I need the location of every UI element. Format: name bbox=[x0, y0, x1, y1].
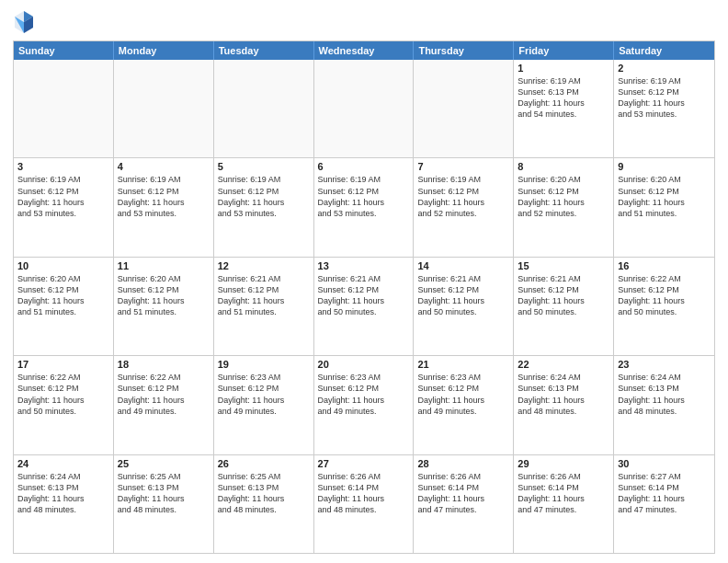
calendar-cell: 7Sunrise: 6:19 AM Sunset: 6:12 PM Daylig… bbox=[414, 158, 514, 256]
cell-detail: Sunrise: 6:19 AM Sunset: 6:12 PM Dayligh… bbox=[118, 174, 210, 219]
cell-detail: Sunrise: 6:23 AM Sunset: 6:12 PM Dayligh… bbox=[417, 372, 509, 417]
day-number: 21 bbox=[417, 359, 509, 370]
calendar-cell: 30Sunrise: 6:27 AM Sunset: 6:14 PM Dayli… bbox=[614, 455, 714, 553]
calendar-cell: 11Sunrise: 6:20 AM Sunset: 6:12 PM Dayli… bbox=[114, 258, 214, 355]
calendar-header-day: Friday bbox=[514, 41, 614, 60]
calendar-cell: 22Sunrise: 6:24 AM Sunset: 6:13 PM Dayli… bbox=[514, 356, 614, 454]
day-number: 18 bbox=[118, 359, 210, 370]
day-number: 11 bbox=[118, 260, 210, 271]
calendar-cell: 23Sunrise: 6:24 AM Sunset: 6:13 PM Dayli… bbox=[614, 356, 714, 454]
cell-detail: Sunrise: 6:22 AM Sunset: 6:12 PM Dayligh… bbox=[118, 372, 210, 417]
calendar-cell: 16Sunrise: 6:22 AM Sunset: 6:12 PM Dayli… bbox=[614, 258, 714, 355]
day-number: 13 bbox=[318, 260, 410, 271]
day-number: 30 bbox=[618, 458, 711, 469]
cell-detail: Sunrise: 6:22 AM Sunset: 6:12 PM Dayligh… bbox=[618, 273, 711, 318]
calendar-cell: 26Sunrise: 6:25 AM Sunset: 6:13 PM Dayli… bbox=[214, 455, 314, 553]
calendar-cell: 17Sunrise: 6:22 AM Sunset: 6:12 PM Dayli… bbox=[14, 356, 114, 454]
calendar-cell bbox=[114, 60, 214, 157]
page: SundayMondayTuesdayWednesdayThursdayFrid… bbox=[0, 0, 728, 563]
day-number: 17 bbox=[17, 359, 109, 370]
day-number: 12 bbox=[218, 260, 310, 271]
calendar-cell: 15Sunrise: 6:21 AM Sunset: 6:12 PM Dayli… bbox=[514, 258, 614, 355]
cell-detail: Sunrise: 6:23 AM Sunset: 6:12 PM Dayligh… bbox=[218, 372, 310, 417]
calendar-cell: 20Sunrise: 6:23 AM Sunset: 6:12 PM Dayli… bbox=[314, 356, 415, 454]
cell-detail: Sunrise: 6:21 AM Sunset: 6:12 PM Dayligh… bbox=[218, 273, 310, 318]
cell-detail: Sunrise: 6:19 AM Sunset: 6:13 PM Dayligh… bbox=[518, 75, 609, 121]
calendar-row: 10Sunrise: 6:20 AM Sunset: 6:12 PM Dayli… bbox=[14, 257, 714, 355]
cell-detail: Sunrise: 6:19 AM Sunset: 6:12 PM Dayligh… bbox=[417, 174, 509, 219]
calendar-cell: 19Sunrise: 6:23 AM Sunset: 6:12 PM Dayli… bbox=[214, 356, 314, 454]
day-number: 16 bbox=[618, 260, 711, 271]
cell-detail: Sunrise: 6:24 AM Sunset: 6:13 PM Dayligh… bbox=[618, 372, 711, 417]
calendar-cell bbox=[214, 60, 314, 157]
day-number: 5 bbox=[218, 161, 310, 172]
calendar-cell: 4Sunrise: 6:19 AM Sunset: 6:12 PM Daylig… bbox=[114, 158, 214, 256]
cell-detail: Sunrise: 6:19 AM Sunset: 6:12 PM Dayligh… bbox=[318, 174, 410, 219]
day-number: 25 bbox=[118, 458, 210, 469]
calendar-cell: 25Sunrise: 6:25 AM Sunset: 6:13 PM Dayli… bbox=[114, 455, 214, 553]
day-number: 8 bbox=[518, 161, 609, 172]
calendar-header-day: Monday bbox=[114, 41, 214, 60]
cell-detail: Sunrise: 6:19 AM Sunset: 6:12 PM Dayligh… bbox=[218, 174, 310, 219]
calendar-cell bbox=[414, 60, 514, 157]
day-number: 2 bbox=[618, 63, 711, 74]
header bbox=[13, 9, 715, 35]
logo bbox=[13, 9, 39, 35]
cell-detail: Sunrise: 6:22 AM Sunset: 6:12 PM Dayligh… bbox=[17, 372, 109, 417]
calendar-header-day: Wednesday bbox=[314, 41, 415, 60]
calendar-cell: 6Sunrise: 6:19 AM Sunset: 6:12 PM Daylig… bbox=[314, 158, 415, 256]
cell-detail: Sunrise: 6:21 AM Sunset: 6:12 PM Dayligh… bbox=[518, 273, 609, 318]
calendar-header-day: Thursday bbox=[414, 41, 514, 60]
day-number: 14 bbox=[417, 260, 509, 271]
calendar: SundayMondayTuesdayWednesdayThursdayFrid… bbox=[13, 40, 715, 554]
calendar-cell: 29Sunrise: 6:26 AM Sunset: 6:14 PM Dayli… bbox=[514, 455, 614, 553]
cell-detail: Sunrise: 6:24 AM Sunset: 6:13 PM Dayligh… bbox=[17, 471, 109, 516]
calendar-body: 1Sunrise: 6:19 AM Sunset: 6:13 PM Daylig… bbox=[14, 60, 714, 553]
cell-detail: Sunrise: 6:21 AM Sunset: 6:12 PM Dayligh… bbox=[417, 273, 509, 318]
day-number: 27 bbox=[318, 458, 410, 469]
day-number: 15 bbox=[518, 260, 609, 271]
calendar-cell: 18Sunrise: 6:22 AM Sunset: 6:12 PM Dayli… bbox=[114, 356, 214, 454]
calendar-cell: 12Sunrise: 6:21 AM Sunset: 6:12 PM Dayli… bbox=[214, 258, 314, 355]
cell-detail: Sunrise: 6:20 AM Sunset: 6:12 PM Dayligh… bbox=[118, 273, 210, 318]
calendar-cell: 13Sunrise: 6:21 AM Sunset: 6:12 PM Dayli… bbox=[314, 258, 415, 355]
cell-detail: Sunrise: 6:25 AM Sunset: 6:13 PM Dayligh… bbox=[118, 471, 210, 516]
cell-detail: Sunrise: 6:24 AM Sunset: 6:13 PM Dayligh… bbox=[518, 372, 609, 417]
calendar-row: 17Sunrise: 6:22 AM Sunset: 6:12 PM Dayli… bbox=[14, 355, 714, 454]
calendar-cell: 14Sunrise: 6:21 AM Sunset: 6:12 PM Dayli… bbox=[414, 258, 514, 355]
calendar-row: 3Sunrise: 6:19 AM Sunset: 6:12 PM Daylig… bbox=[14, 157, 714, 256]
day-number: 26 bbox=[218, 458, 310, 469]
calendar-row: 1Sunrise: 6:19 AM Sunset: 6:13 PM Daylig… bbox=[14, 60, 714, 157]
day-number: 3 bbox=[17, 161, 109, 172]
cell-detail: Sunrise: 6:19 AM Sunset: 6:12 PM Dayligh… bbox=[618, 75, 711, 121]
day-number: 28 bbox=[417, 458, 509, 469]
calendar-row: 24Sunrise: 6:24 AM Sunset: 6:13 PM Dayli… bbox=[14, 454, 714, 553]
cell-detail: Sunrise: 6:20 AM Sunset: 6:12 PM Dayligh… bbox=[518, 174, 609, 219]
cell-detail: Sunrise: 6:20 AM Sunset: 6:12 PM Dayligh… bbox=[17, 273, 109, 318]
calendar-header: SundayMondayTuesdayWednesdayThursdayFrid… bbox=[14, 41, 714, 60]
calendar-cell: 24Sunrise: 6:24 AM Sunset: 6:13 PM Dayli… bbox=[14, 455, 114, 553]
cell-detail: Sunrise: 6:20 AM Sunset: 6:12 PM Dayligh… bbox=[618, 174, 711, 219]
calendar-cell: 10Sunrise: 6:20 AM Sunset: 6:12 PM Dayli… bbox=[14, 258, 114, 355]
day-number: 19 bbox=[218, 359, 310, 370]
cell-detail: Sunrise: 6:27 AM Sunset: 6:14 PM Dayligh… bbox=[618, 471, 711, 516]
day-number: 29 bbox=[518, 458, 609, 469]
calendar-header-day: Saturday bbox=[614, 41, 714, 60]
calendar-cell: 5Sunrise: 6:19 AM Sunset: 6:12 PM Daylig… bbox=[214, 158, 314, 256]
day-number: 9 bbox=[618, 161, 711, 172]
cell-detail: Sunrise: 6:23 AM Sunset: 6:12 PM Dayligh… bbox=[318, 372, 410, 417]
cell-detail: Sunrise: 6:19 AM Sunset: 6:12 PM Dayligh… bbox=[17, 174, 109, 219]
calendar-header-day: Tuesday bbox=[214, 41, 314, 60]
cell-detail: Sunrise: 6:26 AM Sunset: 6:14 PM Dayligh… bbox=[518, 471, 609, 516]
calendar-cell: 9Sunrise: 6:20 AM Sunset: 6:12 PM Daylig… bbox=[614, 158, 714, 256]
day-number: 4 bbox=[118, 161, 210, 172]
calendar-header-day: Sunday bbox=[14, 41, 114, 60]
calendar-cell: 21Sunrise: 6:23 AM Sunset: 6:12 PM Dayli… bbox=[414, 356, 514, 454]
day-number: 24 bbox=[17, 458, 109, 469]
calendar-cell bbox=[14, 60, 114, 157]
cell-detail: Sunrise: 6:25 AM Sunset: 6:13 PM Dayligh… bbox=[218, 471, 310, 516]
calendar-cell: 1Sunrise: 6:19 AM Sunset: 6:13 PM Daylig… bbox=[514, 60, 614, 157]
cell-detail: Sunrise: 6:21 AM Sunset: 6:12 PM Dayligh… bbox=[318, 273, 410, 318]
calendar-cell: 8Sunrise: 6:20 AM Sunset: 6:12 PM Daylig… bbox=[514, 158, 614, 256]
calendar-cell: 27Sunrise: 6:26 AM Sunset: 6:14 PM Dayli… bbox=[314, 455, 415, 553]
